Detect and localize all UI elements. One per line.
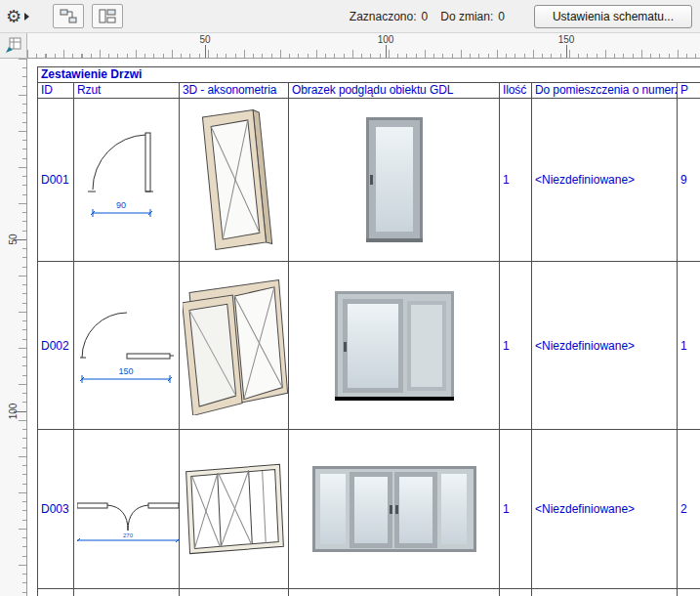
col-header-id[interactable]: ID [38, 83, 74, 99]
door-gdl-preview [312, 466, 476, 552]
empty-cell [532, 589, 678, 596]
plan-cell[interactable]: 270 [74, 430, 180, 589]
last-column-cell[interactable]: 2 [678, 430, 700, 589]
door-gdl-preview [366, 117, 423, 242]
id-cell[interactable]: D003 [38, 430, 74, 589]
v-ruler-medium-ticks [19, 59, 26, 596]
plan-cell[interactable]: 150 [74, 262, 180, 430]
scheme-settings-gear-icon[interactable]: ⚙ [6, 8, 29, 25]
dropdown-arrow-icon [24, 13, 29, 21]
h-ruler-label: 50 [199, 34, 210, 45]
quantity-cell[interactable]: 1 [500, 430, 532, 589]
col-header-plan[interactable]: Rzut [74, 83, 180, 99]
gdl-preview-cell[interactable] [289, 430, 500, 589]
v-ruler-label: 50 [8, 234, 19, 244]
id-cell[interactable]: D002 [38, 262, 74, 430]
axonometry-cell[interactable] [180, 99, 289, 262]
pending-label: Do zmian: [440, 10, 493, 23]
schedule-title: Zestawienie Drzwi [38, 67, 700, 83]
table-row: D002 150 [38, 262, 700, 430]
door-gdl-preview [335, 291, 454, 401]
h-ruler-major-tick [386, 45, 387, 58]
toolbar: ⚙ Zaznaczono: 0 Do zmian: 0 Ustawienia s… [0, 0, 700, 33]
gdl-preview-cell[interactable] [289, 99, 500, 262]
table-row: D001 90 [38, 99, 700, 262]
schedule-title-row: Zestawienie Drzwi [38, 67, 700, 83]
col-header-gdl-preview[interactable]: Obrazek podglądu obiektu GDL [289, 83, 500, 99]
scheme-format-icon [99, 9, 116, 23]
door-3d-drawing [183, 277, 288, 415]
horizontal-ruler: 50 100 150 [27, 33, 700, 59]
empty-cell [678, 589, 700, 596]
schedule-settings-button[interactable]: Ustawienia schematu... [534, 5, 692, 28]
room-cell[interactable]: <Niezdefiniowane> [532, 99, 678, 262]
door-3d-drawing [184, 462, 285, 556]
col-header-clipped[interactable]: P [678, 83, 700, 99]
col-header-3d[interactable]: 3D - aksonometria [180, 83, 289, 99]
empty-cell [180, 589, 289, 596]
h-ruler-medium-ticks [27, 50, 700, 58]
selection-status: Zaznaczono: 0 Do zmian: 0 [350, 10, 513, 23]
gear-icon: ⚙ [6, 8, 21, 25]
schedule-canvas: Zestawienie Drzwi ID Rzut 3D - aksonomet… [27, 59, 700, 596]
schedule-header-row: ID Rzut 3D - aksonometria Obrazek podglą… [38, 83, 700, 99]
last-column-cell[interactable]: 1 [678, 262, 700, 430]
vertical-ruler: 50 100 [0, 59, 27, 596]
schedule-table: Zestawienie Drzwi ID Rzut 3D - aksonomet… [37, 66, 700, 596]
col-header-room[interactable]: Do pomieszczenia o numerze [532, 83, 678, 99]
dimension-label: 270 [123, 532, 134, 538]
ruler-origin-button[interactable] [0, 33, 27, 59]
plan-cell[interactable]: 90 [74, 99, 180, 262]
selected-label: Zaznaczono: [350, 10, 417, 23]
h-ruler-major-tick [205, 45, 206, 58]
quantity-cell[interactable]: 1 [500, 262, 532, 430]
empty-cell [289, 589, 500, 596]
door-plan-drawing: 150 [80, 297, 174, 395]
h-ruler-label: 150 [558, 34, 575, 45]
id-cell[interactable]: D001 [38, 99, 74, 262]
last-column-cell[interactable]: 9 [678, 99, 700, 262]
scheme-layout-icon [60, 9, 77, 23]
table-row [38, 589, 700, 596]
scheme-layout-icon-button[interactable] [53, 4, 84, 28]
dimension-label: 90 [115, 200, 125, 210]
door-plan-drawing: 270 [77, 470, 179, 548]
dimension-label: 150 [118, 366, 133, 376]
quantity-cell[interactable]: 1 [500, 99, 532, 262]
door-3d-drawing [193, 106, 275, 254]
v-ruler-label: 100 [8, 404, 19, 420]
ruler-origin-icon [5, 37, 21, 54]
col-header-quantity[interactable]: Ilość [500, 83, 532, 99]
axonometry-cell[interactable] [180, 430, 289, 589]
h-ruler-major-tick [566, 45, 567, 58]
empty-cell [38, 589, 74, 596]
selected-count: 0 [422, 10, 429, 23]
schedule-window: ⚙ Zaznaczono: 0 Do zmian: 0 Ustawienia s… [0, 0, 700, 596]
room-cell[interactable]: <Niezdefiniowane> [532, 262, 678, 430]
empty-cell [500, 589, 532, 596]
empty-cell [74, 589, 180, 596]
h-ruler-label: 100 [378, 34, 394, 45]
table-row: D003 270 [38, 430, 700, 589]
gdl-preview-cell[interactable] [289, 262, 500, 430]
pending-count: 0 [498, 10, 505, 23]
door-plan-drawing: 90 [88, 129, 166, 232]
room-cell[interactable]: <Niezdefiniowane> [532, 430, 678, 589]
scheme-format-icon-button[interactable] [92, 4, 123, 28]
axonometry-cell[interactable] [180, 262, 289, 430]
